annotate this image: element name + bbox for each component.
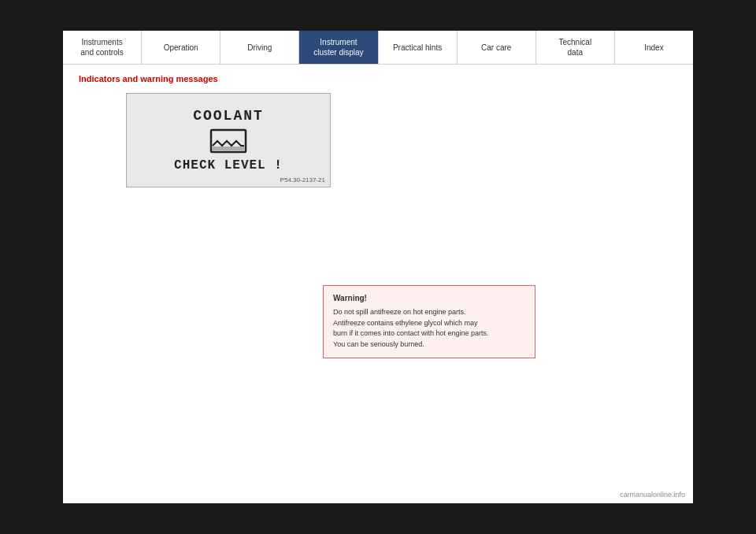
warning-line-4: You can be seriously burned. xyxy=(333,340,424,348)
nav-bar: Instruments and controls Operation Drivi… xyxy=(63,31,693,65)
nav-instrument-cluster[interactable]: Instrument cluster display xyxy=(299,31,378,64)
nav-car-care-label: Car care xyxy=(481,43,511,53)
nav-technical-data-label: Technical data xyxy=(558,37,591,57)
nav-instruments-label: Instruments and controls xyxy=(80,37,123,57)
coolant-bottom-text: CHECK LEVEL ! xyxy=(174,158,283,172)
coolant-svg xyxy=(209,127,247,155)
main-content: Indicators and warning messages COOLANT … xyxy=(63,65,693,205)
warning-text: Do not spill antifreeze on hot engine pa… xyxy=(333,307,525,350)
watermark: carmanualonline.info xyxy=(620,491,685,499)
page-container: Instruments and controls Operation Drivi… xyxy=(63,31,693,503)
coolant-display-box: COOLANT CHECK LEVEL ! P54.30-2137-21 xyxy=(126,93,331,187)
coolant-level-icon xyxy=(209,127,247,155)
nav-index[interactable]: Index xyxy=(615,31,693,64)
svg-rect-1 xyxy=(213,146,244,150)
nav-practical-hints-label: Practical hints xyxy=(393,43,442,53)
nav-driving[interactable]: Driving xyxy=(220,31,299,64)
warning-line-1: Do not spill antifreeze on hot engine pa… xyxy=(333,308,466,316)
nav-technical-data[interactable]: Technical data xyxy=(536,31,615,64)
nav-operation[interactable]: Operation xyxy=(142,31,220,64)
nav-operation-label: Operation xyxy=(164,43,198,53)
warning-box: Warning! Do not spill antifreeze on hot … xyxy=(323,285,536,358)
warning-title: Warning! xyxy=(333,294,525,302)
warning-line-3: burn if it comes into contact with hot e… xyxy=(333,329,489,337)
nav-practical-hints[interactable]: Practical hints xyxy=(379,31,458,64)
image-reference: P54.30-2137-21 xyxy=(280,176,325,184)
nav-instrument-cluster-label: Instrument cluster display xyxy=(313,37,363,57)
warning-line-2: Antifreeze contains ethylene glycol whic… xyxy=(333,319,478,327)
nav-car-care[interactable]: Car care xyxy=(458,31,536,64)
section-header: Indicators and warning messages xyxy=(79,74,677,83)
nav-instruments[interactable]: Instruments and controls xyxy=(63,31,142,64)
nav-index-label: Index xyxy=(644,43,663,53)
coolant-top-text: COOLANT xyxy=(193,108,264,124)
nav-driving-label: Driving xyxy=(247,43,272,53)
